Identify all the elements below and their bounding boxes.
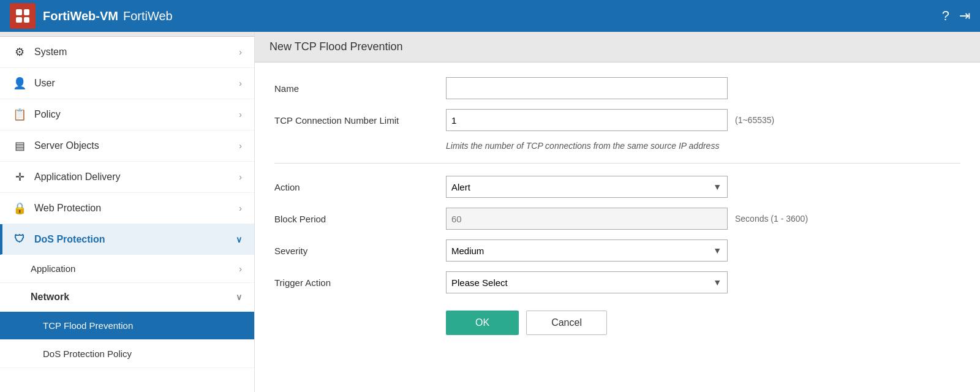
- chevron-right-icon: ›: [239, 141, 242, 151]
- logo-cell: [24, 17, 30, 23]
- chevron-right-icon: ›: [239, 47, 242, 57]
- sidebar-item-application[interactable]: Application ›: [0, 255, 254, 283]
- trigger-action-row: Trigger Action Please Select ▼: [274, 271, 960, 293]
- page-title: New TCP Flood Prevention: [270, 40, 965, 53]
- app-delivery-icon: ✛: [12, 170, 27, 184]
- sidebar-item-dos-protection[interactable]: 🛡 DoS Protection ∨: [0, 224, 254, 255]
- sidebar-item-policy[interactable]: 📋 Policy ›: [0, 99, 254, 130]
- app-title: FortiWeb-VM: [43, 9, 118, 23]
- logo-grid: [16, 9, 29, 23]
- severity-select[interactable]: Low Medium High: [446, 239, 728, 262]
- action-select-wrapper: Alert Block Alert & Block ▼: [446, 176, 728, 198]
- tcp-limit-input[interactable]: [446, 109, 728, 131]
- sidebar-item-app-delivery[interactable]: ✛ Application Delivery ›: [0, 162, 254, 193]
- cancel-button[interactable]: Cancel: [526, 311, 607, 335]
- sidebar-item-label: Application: [31, 263, 239, 274]
- chevron-down-icon: ∨: [236, 292, 242, 302]
- sidebar-item-label: DoS Protection: [34, 234, 236, 245]
- sidebar-item-label: TCP Flood Prevention: [43, 320, 242, 331]
- help-icon[interactable]: ?: [942, 8, 949, 24]
- tcp-limit-row: TCP Connection Number Limit (1~65535): [274, 109, 960, 131]
- action-select[interactable]: Alert Block Alert & Block: [446, 176, 728, 198]
- sidebar-item-tcp-flood[interactable]: TCP Flood Prevention: [0, 312, 254, 340]
- severity-label: Severity: [274, 246, 446, 256]
- logout-icon[interactable]: ⇥: [959, 8, 970, 24]
- sidebar-item-dos-policy[interactable]: DoS Protection Policy: [0, 340, 254, 368]
- server-objects-icon: ▤: [12, 139, 27, 153]
- main-layout: ⚙ System › 👤 User › 📋 Policy › ▤ Server …: [0, 32, 980, 392]
- sidebar-item-network[interactable]: Network ∨: [0, 283, 254, 312]
- block-period-hint: Seconds (1 - 3600): [735, 214, 808, 224]
- tcp-limit-label: TCP Connection Number Limit: [274, 115, 446, 126]
- topbar-icons: ? ⇥: [942, 8, 970, 24]
- content-area: New TCP Flood Prevention Name TCP Connec…: [255, 32, 980, 392]
- web-protection-icon: 🔒: [12, 202, 27, 215]
- sidebar-item-server-objects[interactable]: ▤ Server Objects ›: [0, 130, 254, 162]
- action-label: Action: [274, 182, 446, 192]
- chevron-right-icon: ›: [239, 264, 242, 274]
- sidebar-item-label: Web Protection: [34, 203, 239, 214]
- block-period-input[interactable]: [446, 208, 728, 230]
- name-row: Name: [274, 77, 960, 99]
- logo-cell: [16, 17, 22, 23]
- dos-protection-icon: 🛡: [12, 233, 27, 246]
- content-header: New TCP Flood Prevention: [255, 32, 980, 62]
- sidebar-item-web-protection[interactable]: 🔒 Web Protection ›: [0, 193, 254, 224]
- form-divider: [274, 163, 960, 164]
- topbar: FortiWeb-VM FortiWeb ? ⇥: [0, 0, 980, 32]
- sidebar-item-label: Server Objects: [34, 140, 239, 151]
- app-subtitle: FortiWeb: [123, 9, 173, 23]
- sidebar-item-label: Policy: [34, 109, 239, 120]
- name-label: Name: [274, 83, 446, 94]
- block-period-row: Block Period Seconds (1 - 3600): [274, 208, 960, 230]
- action-row: Action Alert Block Alert & Block ▼: [274, 176, 960, 198]
- sidebar: ⚙ System › 👤 User › 📋 Policy › ▤ Server …: [0, 32, 255, 392]
- severity-select-wrapper: Low Medium High ▼: [446, 239, 728, 262]
- trigger-select[interactable]: Please Select: [446, 271, 728, 293]
- severity-row: Severity Low Medium High ▼: [274, 239, 960, 262]
- sidebar-item-label: User: [34, 78, 239, 89]
- button-row: OK Cancel: [446, 311, 960, 335]
- ok-button[interactable]: OK: [446, 311, 519, 335]
- sidebar-item-label: Network: [31, 292, 236, 303]
- logo-cell: [24, 9, 30, 15]
- trigger-action-label: Trigger Action: [274, 277, 446, 288]
- chevron-right-icon: ›: [239, 203, 242, 213]
- logo-cell: [16, 9, 22, 15]
- block-period-label: Block Period: [274, 214, 446, 224]
- sidebar-item-label: Application Delivery: [34, 172, 239, 183]
- chevron-right-icon: ›: [239, 110, 242, 119]
- policy-icon: 📋: [12, 108, 27, 121]
- sidebar-item-user[interactable]: 👤 User ›: [0, 68, 254, 99]
- system-icon: ⚙: [12, 45, 27, 59]
- tcp-limit-hint: (1~65535): [735, 115, 774, 125]
- name-input[interactable]: [446, 77, 728, 99]
- trigger-select-wrapper: Please Select ▼: [446, 271, 728, 293]
- tcp-note: Limits the number of TCP connections fro…: [446, 141, 960, 151]
- app-logo: [10, 3, 36, 29]
- sidebar-item-label: DoS Protection Policy: [43, 349, 242, 359]
- user-icon: 👤: [12, 77, 27, 90]
- sidebar-item-label: System: [34, 47, 239, 58]
- content-body: Name TCP Connection Number Limit (1~6553…: [255, 62, 980, 392]
- chevron-right-icon: ›: [239, 172, 242, 182]
- chevron-down-icon: ∨: [236, 235, 242, 244]
- chevron-right-icon: ›: [239, 78, 242, 88]
- sidebar-item-system[interactable]: ⚙ System ›: [0, 37, 254, 68]
- scroll-indicator: [0, 32, 254, 37]
